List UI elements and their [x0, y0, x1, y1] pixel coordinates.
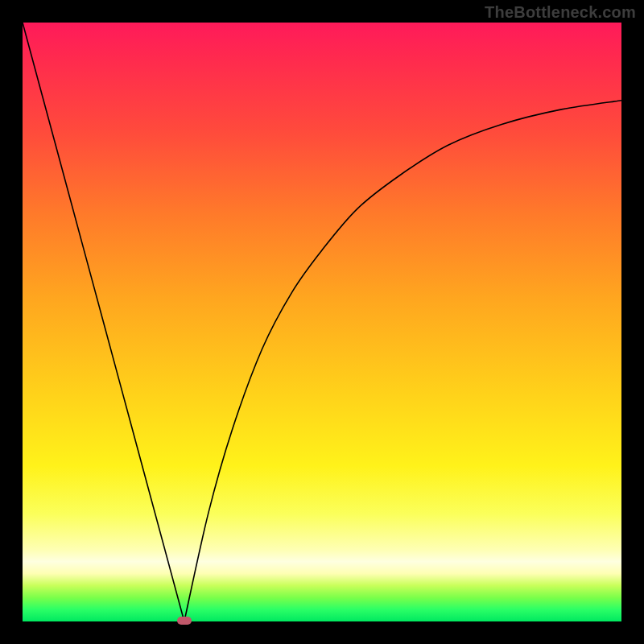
- curve-left-branch: [23, 23, 184, 621]
- watermark-text: TheBottleneck.com: [485, 3, 636, 22]
- curve-layer: [23, 23, 621, 621]
- chart-frame: TheBottleneck.com: [0, 0, 644, 644]
- curve-right-branch: [184, 101, 621, 621]
- anchor-marker: [177, 617, 192, 625]
